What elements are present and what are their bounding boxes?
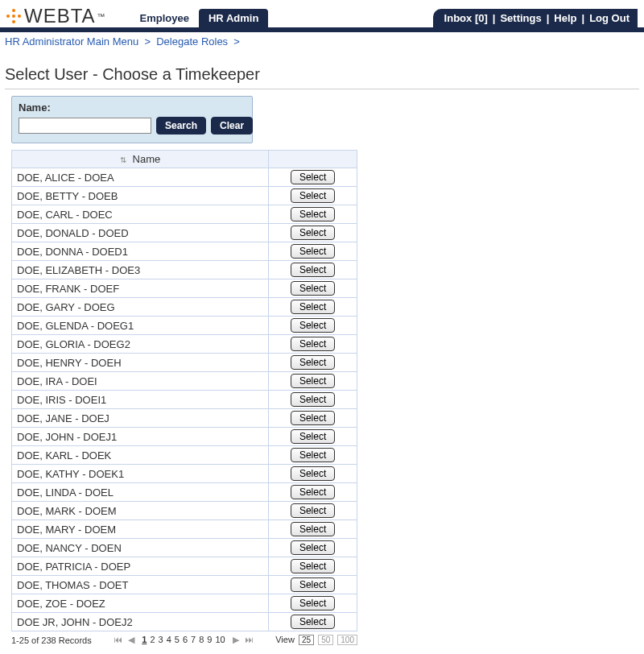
select-button[interactable]: Select: [291, 263, 335, 277]
user-name-cell: DOE, HENRY - DOEH: [12, 354, 269, 372]
select-button[interactable]: Select: [291, 244, 335, 259]
table-row: DOE, JOHN - DOEJ1Select: [12, 428, 357, 446]
clear-button[interactable]: Clear: [211, 117, 253, 135]
view-size-option[interactable]: 50: [318, 635, 333, 645]
user-name-cell: DOE, PATRICIA - DOEP: [12, 557, 269, 576]
select-button[interactable]: Select: [291, 300, 335, 314]
page-number[interactable]: 8: [199, 635, 204, 644]
select-button[interactable]: Select: [291, 596, 335, 611]
search-input[interactable]: [19, 118, 151, 134]
select-button[interactable]: Select: [291, 577, 335, 592]
select-button[interactable]: Select: [291, 207, 335, 221]
view-size-option[interactable]: 25: [299, 635, 314, 645]
select-button[interactable]: Select: [291, 226, 335, 240]
brand-name: WEBTA: [24, 5, 96, 27]
top-right-bar: Inbox [0] | Settings | Help | Log Out: [433, 9, 638, 27]
pager-pages: ⏮ ◀ 12345678910 ▶ ⏭: [92, 635, 276, 645]
table-row: DOE, KATHY - DOEK1Select: [12, 465, 357, 483]
view-label: View: [275, 635, 295, 644]
page-number[interactable]: 3: [159, 635, 163, 644]
breadcrumb-item-1[interactable]: HR Administrator Main Menu: [5, 35, 138, 48]
divider: [5, 89, 639, 89]
select-button[interactable]: Select: [291, 355, 335, 370]
user-name-cell: DOE, ELIZABETH - DOE3: [12, 261, 269, 279]
search-button[interactable]: Search: [156, 117, 206, 135]
table-row: DOE, ELIZABETH - DOE3Select: [12, 261, 357, 279]
page-number[interactable]: 4: [167, 635, 171, 644]
select-button[interactable]: Select: [291, 559, 335, 573]
search-panel: Name: Search Clear: [11, 96, 253, 143]
page-number[interactable]: 1: [142, 635, 147, 644]
page-number[interactable]: 5: [175, 635, 180, 644]
user-name-cell: DOE, JANE - DOEJ: [12, 409, 269, 428]
user-name-cell: DOE, FRANK - DOEF: [12, 279, 269, 298]
table-row: DOE, MARY - DOEMSelect: [12, 520, 357, 539]
pager-first-icon[interactable]: ⏮: [114, 635, 122, 644]
pager-info: 1-25 of 238 Records: [11, 635, 92, 645]
user-name-cell: DOE, GLORIA - DOEG2: [12, 335, 269, 354]
user-name-cell: DOE, MARY - DOEM: [12, 520, 269, 539]
inbox-link[interactable]: Inbox [0]: [444, 12, 488, 24]
pager-last-icon[interactable]: ⏭: [245, 635, 254, 644]
pager-next-icon[interactable]: ▶: [233, 635, 239, 644]
breadcrumb: HR Administrator Main Menu > Delegate Ro…: [0, 32, 644, 51]
select-button[interactable]: Select: [291, 188, 335, 203]
user-name-cell: DOE, GLENDA - DOEG1: [12, 317, 269, 335]
page-number[interactable]: 10: [215, 635, 225, 644]
select-button[interactable]: Select: [291, 540, 335, 555]
select-button[interactable]: Select: [291, 281, 335, 296]
user-name-cell: DOE, DONALD - DOED: [12, 224, 269, 242]
table-row: DOE JR, JOHN - DOEJ2Select: [12, 613, 357, 631]
select-button[interactable]: Select: [291, 374, 335, 388]
page-number[interactable]: 2: [150, 635, 155, 644]
select-button[interactable]: Select: [291, 503, 335, 518]
select-button[interactable]: Select: [291, 615, 335, 629]
help-link[interactable]: Help: [554, 12, 576, 24]
brand-logo: WEBTA ™: [6, 5, 106, 27]
page-title: Select User - Choose a Timekeeper: [5, 65, 639, 84]
user-name-cell: DOE, LINDA - DOEL: [12, 483, 269, 502]
user-name-cell: DOE, MARK - DOEM: [12, 502, 269, 520]
user-name-cell: DOE, NANCY - DOEN: [12, 539, 269, 557]
table-row: DOE, ALICE - DOEASelect: [12, 168, 357, 187]
search-label: Name:: [19, 101, 246, 114]
user-name-cell: DOE, GARY - DOEG: [12, 298, 269, 317]
col-header-name[interactable]: ⇅ Name: [12, 151, 269, 168]
tab-employee[interactable]: Employee: [130, 9, 199, 27]
breadcrumb-sep: >: [144, 35, 151, 48]
user-name-cell: DOE, DONNA - DOED1: [12, 242, 269, 261]
tab-hr-admin[interactable]: HR Admin: [199, 9, 268, 27]
select-button[interactable]: Select: [291, 466, 335, 481]
table-row: DOE, BETTY - DOEBSelect: [12, 187, 357, 205]
select-button[interactable]: Select: [291, 392, 335, 407]
user-name-cell: DOE, THOMAS - DOET: [12, 576, 269, 594]
select-button[interactable]: Select: [291, 485, 335, 499]
pager-prev-icon[interactable]: ◀: [128, 635, 134, 644]
page-number[interactable]: 7: [191, 635, 196, 644]
select-button[interactable]: Select: [291, 411, 335, 425]
view-size-option[interactable]: 100: [337, 635, 357, 645]
table-row: DOE, GLENDA - DOEG1Select: [12, 317, 357, 335]
select-button[interactable]: Select: [291, 170, 335, 184]
user-name-cell: DOE, IRIS - DOEI1: [12, 391, 269, 409]
table-row: DOE, FRANK - DOEFSelect: [12, 279, 357, 298]
page-number[interactable]: 6: [183, 635, 188, 644]
select-button[interactable]: Select: [291, 522, 335, 536]
nav-tabs: Employee HR Admin: [130, 9, 269, 27]
table-row: DOE, THOMAS - DOETSelect: [12, 576, 357, 594]
settings-link[interactable]: Settings: [500, 12, 541, 24]
brand-tm: ™: [97, 12, 106, 21]
breadcrumb-sep: >: [233, 35, 240, 48]
select-button[interactable]: Select: [291, 318, 335, 333]
select-button[interactable]: Select: [291, 429, 335, 444]
page-number[interactable]: 9: [207, 635, 212, 644]
user-name-cell: DOE, CARL - DOEC: [12, 205, 269, 224]
table-row: DOE, MARK - DOEMSelect: [12, 502, 357, 520]
logout-link[interactable]: Log Out: [589, 12, 630, 24]
select-button[interactable]: Select: [291, 448, 335, 462]
user-name-cell: DOE JR, JOHN - DOEJ2: [12, 613, 269, 631]
select-button[interactable]: Select: [291, 337, 335, 351]
col-header-action: [269, 151, 357, 168]
table-row: DOE, CARL - DOECSelect: [12, 205, 357, 224]
breadcrumb-item-2[interactable]: Delegate Roles: [156, 35, 228, 48]
